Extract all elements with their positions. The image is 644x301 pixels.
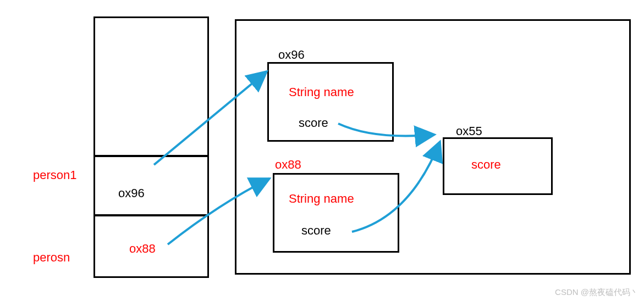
obj1-name-field: String name bbox=[289, 85, 354, 99]
obj2-score-field: score bbox=[301, 224, 331, 238]
obj2-name-field: String name bbox=[289, 192, 354, 206]
person1-label: person1 bbox=[33, 168, 77, 182]
person-value: ox88 bbox=[129, 242, 156, 256]
obj1-address: ox96 bbox=[278, 48, 305, 62]
person-label: perosn bbox=[33, 250, 70, 265]
obj1-score-field: score bbox=[299, 116, 328, 130]
obj2-address: ox88 bbox=[275, 158, 301, 172]
score-obj-address: ox55 bbox=[456, 124, 482, 138]
obj2-box bbox=[273, 173, 399, 253]
watermark: CSDN @熬夜磕代码丶 bbox=[555, 287, 639, 298]
obj1-box bbox=[267, 62, 394, 142]
score-obj-content: score bbox=[471, 158, 501, 172]
stack-cell-middle bbox=[93, 155, 209, 216]
person1-value: ox96 bbox=[118, 186, 145, 200]
stack-cell-top bbox=[93, 16, 209, 157]
